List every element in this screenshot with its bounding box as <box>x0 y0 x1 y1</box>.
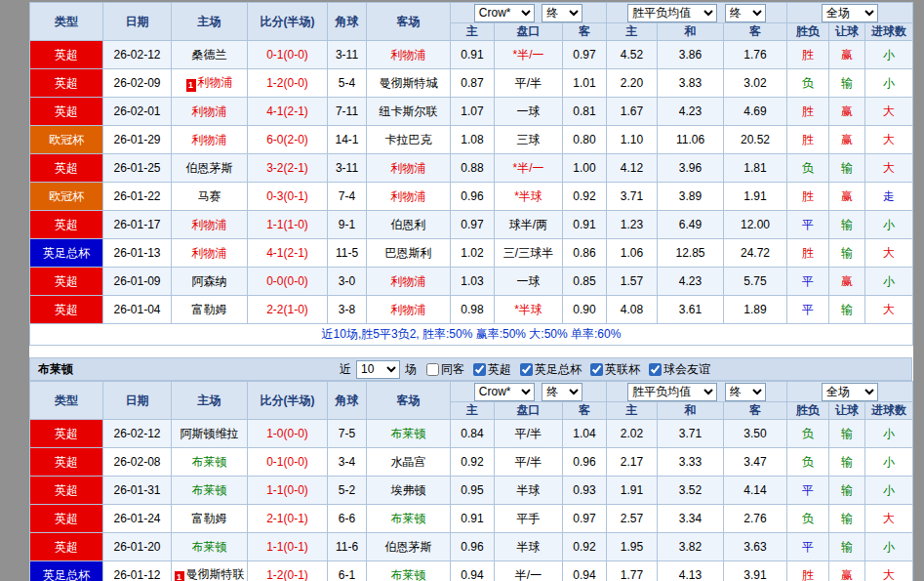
club-friendly-checkbox[interactable] <box>649 363 662 376</box>
match-date: 26-01-20 <box>103 533 172 561</box>
avg-home-odds: 4.52 <box>607 41 658 69</box>
match-score[interactable]: 1-2(0-1) <box>248 561 328 581</box>
scope-select[interactable]: 全场 <box>822 383 878 401</box>
filter-same-venue[interactable]: 同客 <box>420 361 464 378</box>
match-score[interactable]: 4-1(2-1) <box>248 98 328 126</box>
filter-label: 同客 <box>441 361 464 378</box>
home-odds: 0.92 <box>451 448 495 477</box>
bookmaker-select[interactable]: Crow* <box>474 4 535 22</box>
scope-group: 全场 <box>787 382 913 402</box>
match-score[interactable]: 1-2(0-0) <box>248 69 328 98</box>
corner-count: 6-6 <box>328 505 367 533</box>
match-score[interactable]: 2-1(0-1) <box>248 505 328 533</box>
match-score[interactable]: 0-0(0-0) <box>248 268 328 296</box>
avg-home-odds: 1.91 <box>607 477 658 505</box>
odds-stage-select[interactable]: 终 <box>542 383 583 401</box>
match-score[interactable]: 0-3(0-1) <box>248 183 328 211</box>
filter-label: 英联杯 <box>605 361 640 378</box>
scope-select[interactable]: 全场 <box>822 4 878 22</box>
match-score[interactable]: 0-1(0-0) <box>248 41 328 69</box>
home-odds: 1.02 <box>451 239 495 268</box>
league-badge: 英超 <box>30 448 103 477</box>
avg-away-odds: 1.81 <box>724 154 787 183</box>
match-date: 26-01-09 <box>103 268 172 296</box>
away-team: 伯恩利 <box>367 211 451 239</box>
avg-draw-odds: 3.34 <box>658 505 724 533</box>
avg-draw-odds: 3.96 <box>658 154 724 183</box>
avg-draw-odds: 4.13 <box>658 561 724 581</box>
col-result: 胜负 <box>787 402 829 420</box>
away-odds: 0.92 <box>563 533 607 561</box>
avg-draw-odds: 6.49 <box>658 211 724 239</box>
match-date: 26-01-13 <box>103 239 172 268</box>
t2-header-row: 类型 日期 主场 比分(半场) 角球 客场 Crow* 终 胜平负均值 终 全场 <box>30 382 913 402</box>
team-name: 利物浦 <box>192 246 227 260</box>
avg-odds-select[interactable]: 胜平负均值 <box>627 4 717 22</box>
avg-away-odds: 4.14 <box>724 477 787 505</box>
handicap-line: *半球 <box>495 296 563 324</box>
match-score[interactable]: 6-0(2-0) <box>248 126 328 154</box>
match-score[interactable]: 0-1(0-0) <box>248 448 328 477</box>
league-badge: 英超 <box>30 268 103 296</box>
match-score[interactable]: 3-2(2-1) <box>248 154 328 183</box>
home-odds: 1.08 <box>451 126 495 154</box>
filter-club-friendly[interactable]: 球会友谊 <box>642 361 710 378</box>
fa-cup-checkbox[interactable] <box>520 363 533 376</box>
avg-stage-select[interactable]: 终 <box>725 4 766 22</box>
match-score[interactable]: 1-1(0-0) <box>248 477 328 505</box>
team-name: 利物浦 <box>391 161 426 175</box>
avg-stage-select[interactable]: 终 <box>725 383 766 401</box>
corner-count: 3-0 <box>328 268 367 296</box>
away-team: 巴恩斯利 <box>367 239 451 268</box>
filter-fa-cup[interactable]: 英足总杯 <box>513 361 582 378</box>
match-score[interactable]: 1-1(0-1) <box>248 533 328 561</box>
efl-cup-checkbox[interactable] <box>590 363 603 376</box>
home-odds: 0.97 <box>451 211 495 239</box>
handicap-result-flag: 赢 <box>829 561 865 581</box>
match-row: 英超26-01-04富勒姆2-2(1-0)3-8利物浦0.98*半球0.904.… <box>30 296 913 324</box>
avg-away-odds: 3.91 <box>724 561 787 581</box>
match-score[interactable]: 1-0(0-0) <box>248 420 328 448</box>
team2-title-bar: 布莱顿 近 10 场 同客 英超 英足总杯 英联杯 球会友 <box>29 357 912 381</box>
match-row: 英超26-02-08布莱顿0-1(0-0)3-4水晶宫0.92平/半0.962.… <box>30 448 913 477</box>
corner-count: 3-11 <box>328 41 367 69</box>
avg-odds-select[interactable]: 胜平负均值 <box>627 383 717 401</box>
corner-count: 7-5 <box>328 420 367 448</box>
team-name: 伯恩茅斯 <box>186 161 233 175</box>
red-card-icon: 1 <box>186 79 196 92</box>
match-score[interactable]: 2-2(1-0) <box>248 296 328 324</box>
handicap-result-flag: 赢 <box>829 41 865 69</box>
epl-checkbox[interactable] <box>473 363 486 376</box>
team-name: 利物浦 <box>391 303 426 316</box>
home-team: 阿森纳 <box>172 268 248 296</box>
match-date: 26-01-31 <box>103 477 172 505</box>
filter-efl-cup[interactable]: 英联杯 <box>583 361 640 378</box>
match-date: 26-02-12 <box>103 41 172 69</box>
team-name: 布莱顿 <box>391 568 426 581</box>
odds-stage-select[interactable]: 终 <box>542 4 583 22</box>
match-score[interactable]: 4-1(2-1) <box>248 239 328 268</box>
team-name: 马赛 <box>198 189 221 203</box>
same-venue-checkbox[interactable] <box>426 363 439 376</box>
col-goals: 进球数 <box>865 23 913 41</box>
bookmaker-odds-group: Crow* 终 <box>451 382 607 402</box>
match-count-select[interactable]: 10 <box>356 360 400 379</box>
filter-epl[interactable]: 英超 <box>466 361 511 378</box>
bookmaker-select[interactable]: Crow* <box>474 383 535 401</box>
match-score[interactable]: 1-1(1-0) <box>248 211 328 239</box>
team-name: 桑德兰 <box>192 48 227 62</box>
goals-flag: 小 <box>865 477 913 505</box>
avg-home-odds: 3.71 <box>607 183 658 211</box>
result-flag: 胜 <box>787 41 829 69</box>
odds-history-page: { "colors":{ "page_bg":"#919191","header… <box>0 0 924 581</box>
handicap-result-flag: 输 <box>829 477 865 505</box>
goals-flag: 小 <box>865 69 913 98</box>
col-date: 日期 <box>103 382 172 420</box>
col-avg-home: 主 <box>607 23 658 41</box>
team-name: 水晶宫 <box>391 455 426 469</box>
corner-count: 7-4 <box>328 183 367 211</box>
result-flag: 胜 <box>787 183 829 211</box>
away-team: 埃弗顿 <box>367 477 451 505</box>
avg-away-odds: 3.50 <box>724 420 787 448</box>
away-team: 卡拉巴克 <box>367 126 451 154</box>
